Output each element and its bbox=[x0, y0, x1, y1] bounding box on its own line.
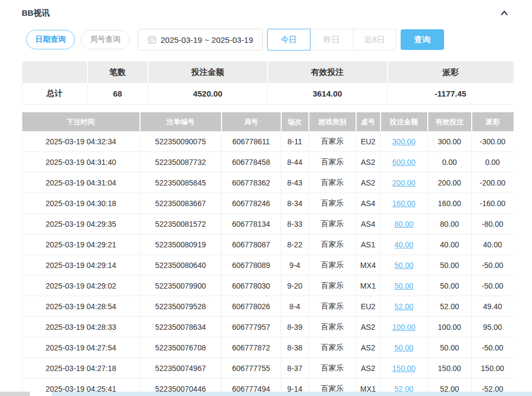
bet-time-cell: 2025-03-19 04:32:34 bbox=[22, 131, 140, 152]
round-number-cell: 606777755 bbox=[221, 358, 281, 379]
records-header-round-number: 局号 bbox=[221, 112, 281, 131]
game-type-cell: 百家乐 bbox=[309, 173, 356, 193]
round-query-tab[interactable]: 局号查询 bbox=[81, 30, 130, 49]
table-row: 2025-03-19 04:29:02 522350079900 6067780… bbox=[22, 276, 514, 296]
bet-time-cell: 2025-03-19 04:30:18 bbox=[22, 193, 140, 214]
order-number-cell: 522350074967 bbox=[140, 358, 221, 379]
session-cell: 8-22 bbox=[281, 234, 309, 255]
bet-amount-link[interactable]: 40.00 bbox=[394, 240, 413, 249]
valid-bet-cell: 50.00 bbox=[428, 337, 472, 358]
quick-range-today[interactable]: 今日 bbox=[267, 29, 311, 50]
order-number-cell: 522350081572 bbox=[140, 214, 221, 234]
records-header-row: 下注时间 注单编号 局号 场次 游戏类别 桌号 投注金额 有效投注 派彩 bbox=[22, 112, 514, 131]
horizontal-scrollbar[interactable] bbox=[0, 392, 532, 396]
bet-time-cell: 2025-03-19 04:31:40 bbox=[22, 152, 140, 173]
bet-amount-link[interactable]: 300.00 bbox=[392, 137, 416, 146]
round-number-cell: 606778087 bbox=[221, 234, 281, 255]
round-number-cell: 606778362 bbox=[221, 173, 281, 193]
bet-amount-link[interactable]: 50.00 bbox=[394, 343, 413, 352]
valid-bet-cell: 160.00 bbox=[428, 193, 472, 214]
session-cell: 8-11 bbox=[281, 131, 309, 152]
table-row: 2025-03-19 04:29:35 522350081572 6067781… bbox=[22, 214, 514, 234]
summary-header-row: 笔数 投注金额 有效投注 派彩 bbox=[22, 61, 514, 83]
round-number-cell: 606778458 bbox=[221, 152, 281, 173]
session-cell: 8-39 bbox=[281, 317, 309, 337]
bet-amount-link[interactable]: 50.00 bbox=[394, 282, 413, 290]
game-type-cell: 百家乐 bbox=[309, 296, 356, 317]
round-number-cell: 606778134 bbox=[221, 214, 281, 234]
valid-bet-cell: 40.00 bbox=[428, 234, 472, 255]
quick-range-yesterday[interactable]: 昨日 bbox=[310, 29, 353, 50]
bet-amount-cell: 300.00 bbox=[381, 131, 428, 152]
chevron-up-icon[interactable] bbox=[498, 7, 510, 19]
valid-bet-cell: 100.00 bbox=[428, 317, 472, 337]
bet-amount-link[interactable]: 52.00 bbox=[394, 302, 413, 311]
bet-amount-link[interactable]: 150.00 bbox=[392, 364, 416, 373]
round-number-cell: 606777872 bbox=[221, 337, 281, 358]
valid-bet-cell: 200.00 bbox=[428, 173, 472, 193]
order-number-cell: 522350076708 bbox=[140, 337, 221, 358]
table-row: 2025-03-19 04:31:04 522350085845 6067783… bbox=[22, 173, 514, 193]
summary-payout-value: -1177.45 bbox=[388, 83, 514, 105]
round-number-cell: 606778026 bbox=[221, 296, 281, 317]
game-type-cell: 百家乐 bbox=[309, 337, 356, 358]
search-button[interactable]: 查询 bbox=[401, 29, 444, 50]
bet-time-cell: 2025-03-19 04:31:04 bbox=[22, 173, 140, 193]
records-header-bet-time: 下注时间 bbox=[22, 112, 140, 131]
session-cell: 8-38 bbox=[281, 337, 309, 358]
horizontal-scrollbar-track[interactable] bbox=[52, 392, 532, 396]
summary-header-payout: 派彩 bbox=[388, 61, 514, 83]
bet-amount-cell: 52.00 bbox=[381, 296, 428, 317]
table-number-cell: AS2 bbox=[356, 358, 381, 379]
round-number-cell: 606778089 bbox=[221, 255, 281, 276]
table-row: 2025-03-19 04:31:40 522350087732 6067784… bbox=[22, 152, 514, 173]
bet-time-cell: 2025-03-19 04:29:14 bbox=[22, 255, 140, 276]
summary-valid-bet-value: 3614.00 bbox=[268, 83, 388, 105]
bet-amount-link[interactable]: 600.00 bbox=[392, 158, 416, 167]
bet-time-cell: 2025-03-19 04:29:02 bbox=[22, 276, 140, 296]
records-header-payout: 派彩 bbox=[472, 112, 514, 131]
bet-amount-cell: 80.00 bbox=[381, 214, 428, 234]
session-cell: 8-43 bbox=[281, 173, 309, 193]
date-range-picker[interactable]: 2025-03-19 ~ 2025-03-19 bbox=[138, 29, 263, 50]
date-range-value: 2025-03-19 ~ 2025-03-19 bbox=[161, 35, 254, 44]
game-type-cell: 百家乐 bbox=[309, 255, 356, 276]
records-header-order-number: 注单编号 bbox=[140, 112, 221, 131]
records-header-game-type: 游戏类别 bbox=[309, 112, 356, 131]
quick-range-last8days[interactable]: 近8日 bbox=[353, 29, 396, 50]
bet-amount-link[interactable]: 160.00 bbox=[392, 199, 416, 208]
filter-bar: 日期查询 局号查询 2025-03-19 ~ 2025-03-19 今日 bbox=[22, 29, 513, 50]
bet-amount-cell: 50.00 bbox=[381, 276, 428, 296]
summary-bet-amount-value: 4520.00 bbox=[148, 83, 268, 105]
round-number-cell: 606778246 bbox=[221, 193, 281, 214]
bet-amount-link[interactable]: 100.00 bbox=[392, 323, 416, 331]
table-row: 2025-03-19 04:28:33 522350078634 6067779… bbox=[22, 317, 514, 337]
bet-time-cell: 2025-03-19 04:27:18 bbox=[22, 358, 140, 379]
session-cell: 8-44 bbox=[281, 152, 309, 173]
panel-header: BB视讯 bbox=[22, 0, 513, 21]
date-query-tab[interactable]: 日期查询 bbox=[26, 30, 75, 49]
bet-amount-link[interactable]: 200.00 bbox=[392, 178, 416, 187]
payout-cell: -50.00 bbox=[472, 255, 514, 276]
quick-range-group: 今日 昨日 近8日 bbox=[267, 29, 396, 50]
summary-header-valid-bet: 有效投注 bbox=[268, 61, 388, 83]
game-type-cell: 百家乐 bbox=[309, 276, 356, 296]
summary-total-label: 总计 bbox=[22, 83, 87, 105]
bet-amount-link[interactable]: 80.00 bbox=[394, 220, 413, 228]
bet-amount-link[interactable]: 50.00 bbox=[394, 261, 413, 270]
table-row: 2025-03-19 04:30:18 522350083667 6067782… bbox=[22, 193, 514, 214]
betting-records-panel: BB视讯 日期查询 局号查询 2025-03-19 bbox=[0, 0, 532, 396]
payout-cell: 150.00 bbox=[472, 358, 514, 379]
table-number-cell: MX1 bbox=[356, 276, 381, 296]
valid-bet-cell: 80.00 bbox=[428, 214, 472, 234]
bet-time-cell: 2025-03-19 04:28:33 bbox=[22, 317, 140, 337]
records-header-bet-amount: 投注金额 bbox=[381, 112, 428, 131]
table-number-cell: EU2 bbox=[356, 131, 381, 152]
horizontal-scrollbar-thumb[interactable] bbox=[0, 392, 30, 396]
page-title: BB视讯 bbox=[22, 8, 50, 18]
game-type-cell: 百家乐 bbox=[309, 234, 356, 255]
records-header-table-number: 桌号 bbox=[356, 112, 381, 131]
table-number-cell: AS4 bbox=[356, 193, 381, 214]
summary-header-empty bbox=[22, 61, 87, 83]
order-number-cell: 522350083667 bbox=[140, 193, 221, 214]
